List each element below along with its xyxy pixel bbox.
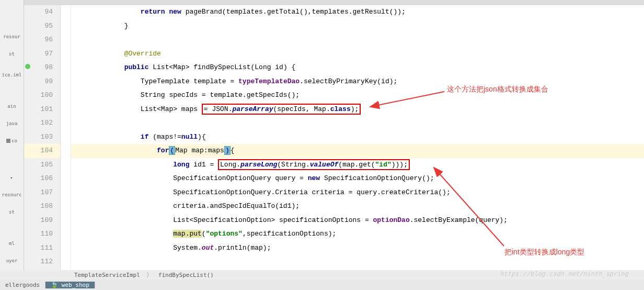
line-number: 109: [24, 214, 60, 228]
project-sidebar[interactable]: resour st ice.iml ain java co ▸ resourc …: [0, 0, 24, 271]
breadcrumb-separator: 〉: [146, 271, 152, 279]
code-editor[interactable]: return new pageBrand(templates.getTotal(…: [71, 5, 644, 271]
code-line-98[interactable]: public List<Map> findBySpecList(Long id)…: [71, 61, 644, 75]
code-line-100[interactable]: String specIds = template.getSpecIds();: [71, 88, 644, 103]
sidebar-item[interactable]: co: [4, 133, 20, 149]
annotation-top: 这个方法把json格式转换成集合: [447, 85, 548, 94]
highlighted-box-json: = JSON.parseArray(specIds, Map.class);: [202, 104, 361, 115]
annotation-bottom: 把int类型转换成long类型: [504, 248, 584, 257]
code-line-97[interactable]: @Override: [71, 47, 644, 61]
bottom-toolbar[interactable]: ellergoods 🍃 web_shop: [0, 280, 644, 290]
line-number: 108: [24, 199, 60, 214]
bottom-tab-ellergoods[interactable]: ellergoods: [0, 282, 45, 288]
code-line-95[interactable]: }: [71, 19, 644, 34]
code-line-105[interactable]: long id1 = Long.parseLong(String.valueOf…: [71, 158, 644, 172]
sidebar-item[interactable]: st: [4, 204, 20, 220]
code-line-96[interactable]: [71, 33, 644, 47]
code-line-94[interactable]: return new pageBrand(templates.getTotal(…: [71, 5, 644, 19]
code-line-108[interactable]: criteria.andSpecIdEqualTo(id1);: [71, 199, 644, 214]
bottom-tab-webshop[interactable]: 🍃 web_shop: [45, 282, 95, 288]
code-line-103[interactable]: if (maps!=null){: [71, 130, 644, 144]
sidebar-item[interactable]: uyer: [4, 253, 20, 269]
sidebar-item[interactable]: ml: [4, 236, 20, 251]
code-line-102[interactable]: [71, 116, 644, 130]
code-line-107[interactable]: SpecificationOptionQuery.Criteria criter…: [71, 186, 644, 200]
sidebar-item[interactable]: resourc: [4, 187, 20, 203]
line-number-gutter: 94 95 96 97 98 99 100 101 102 103 104 10…: [24, 5, 61, 271]
line-number: 100: [24, 88, 60, 103]
leaf-icon: 🍃: [51, 282, 58, 288]
breadcrumb-class[interactable]: TemplateServiceImpl: [74, 272, 140, 278]
cursor-bracket: (: [169, 146, 175, 155]
line-number: 102: [24, 116, 60, 130]
sidebar-item[interactable]: ain: [4, 98, 20, 114]
line-number: 99: [24, 75, 60, 89]
code-line-110[interactable]: map.put("options",specificationOptions);: [71, 227, 644, 241]
sidebar-item[interactable]: java: [4, 116, 20, 131]
chevron-right-icon[interactable]: ▸: [4, 170, 20, 185]
editor-tabs[interactable]: [24, 0, 644, 5]
code-line-109[interactable]: List<SpecificationOption> specificationO…: [71, 214, 644, 228]
highlighted-box-long: Long.parseLong(String.valueOf(map.get("i…: [218, 159, 410, 170]
line-number: 101: [24, 103, 60, 117]
cursor-bracket: ): [224, 146, 231, 155]
breadcrumb-method[interactable]: findBySpecList(): [158, 272, 214, 278]
line-number: 104: [24, 144, 60, 158]
line-number: 97: [24, 47, 60, 61]
fold-gutter[interactable]: [61, 5, 71, 271]
sidebar-item[interactable]: resour: [4, 29, 20, 44]
sidebar-item[interactable]: st: [4, 46, 20, 62]
line-number: 110: [24, 227, 60, 241]
line-number: 106: [24, 172, 60, 186]
line-number: 94: [24, 5, 60, 19]
line-number: 95: [24, 19, 60, 34]
line-number: 111: [24, 241, 60, 255]
code-line-99[interactable]: TypeTemplate template = typeTemplateDao.…: [71, 75, 644, 89]
sidebar-item[interactable]: ice.iml: [4, 67, 20, 83]
line-number: 105: [24, 158, 60, 172]
line-number: 107: [24, 186, 60, 200]
line-number: 103: [24, 130, 60, 144]
line-number: 112: [24, 255, 60, 269]
code-line-101[interactable]: List<Map> maps = JSON.parseArray(specIds…: [71, 103, 644, 117]
line-number: 96: [24, 33, 60, 47]
code-line-104[interactable]: for(Map map:maps){: [71, 144, 644, 158]
run-marker-icon[interactable]: [25, 64, 30, 69]
watermark: https://blog.csdn.net/ninth_spring: [500, 270, 628, 277]
code-line-106[interactable]: SpecificationOptionQuery query = new Spe…: [71, 172, 644, 186]
